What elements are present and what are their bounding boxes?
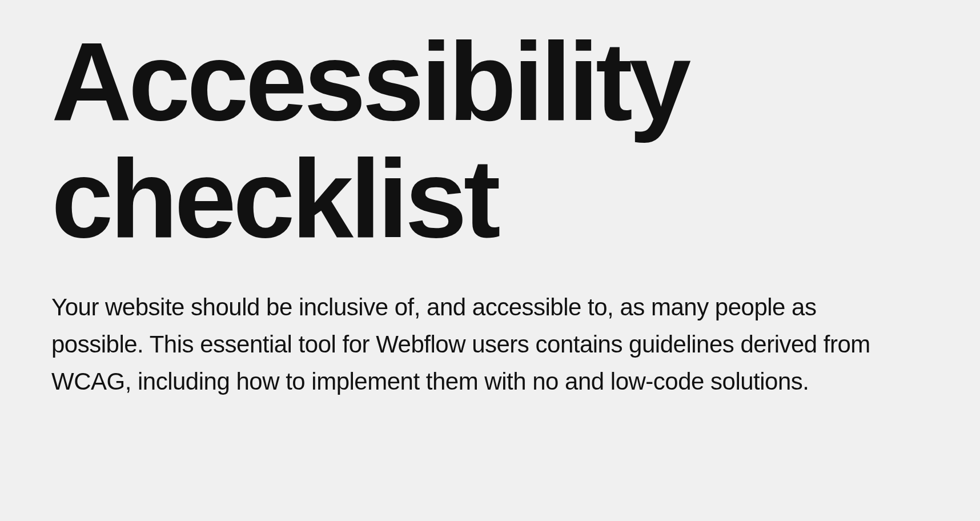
page-title: Accessibility checklist — [51, 23, 929, 257]
page-description: Your website should be inclusive of, and… — [51, 288, 897, 400]
